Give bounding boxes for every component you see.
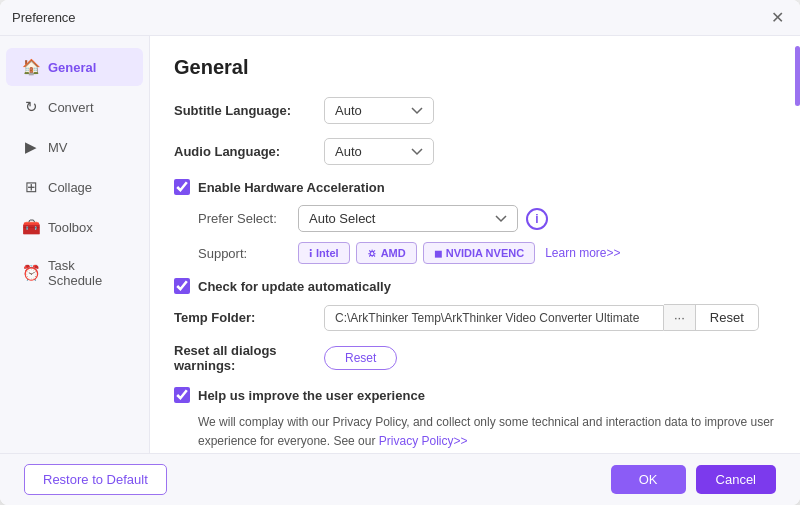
main-content: 🏠 General ↻ Convert ▶ MV ⊞ Collage 🧰 Too…: [0, 36, 800, 453]
reset-dialogs-button[interactable]: Reset: [324, 346, 397, 370]
sidebar: 🏠 General ↻ Convert ▶ MV ⊞ Collage 🧰 Too…: [0, 36, 150, 453]
hardware-acceleration-checkbox[interactable]: [174, 179, 190, 195]
subtitle-language-label: Subtitle Language:: [174, 103, 324, 118]
support-chips: 𝗶 Intel ⛭ AMD ◼ NVIDIA NVENC Learn more>…: [298, 242, 621, 264]
check-update-checkbox[interactable]: [174, 278, 190, 294]
temp-folder-input[interactable]: [324, 305, 664, 331]
page-title: General: [174, 56, 776, 79]
subtitle-language-select[interactable]: Auto English Chinese: [324, 97, 434, 124]
nvidia-chip-label: NVIDIA NVENC: [446, 247, 524, 259]
reset-dialogs-label: Reset all dialogs warnings:: [174, 343, 324, 373]
subtitle-language-row: Subtitle Language: Auto English Chinese: [174, 97, 776, 124]
privacy-policy-link[interactable]: Privacy Policy>>: [379, 434, 468, 448]
prefer-select-dropdown[interactable]: Auto Select Intel AMD NVIDIA NVENC: [298, 205, 518, 232]
help-improve-body: We will complay with our Privacy Policy,…: [198, 415, 774, 448]
amd-chip: ⛭ AMD: [356, 242, 417, 264]
amd-chip-label: AMD: [381, 247, 406, 259]
support-label: Support:: [198, 246, 298, 261]
sidebar-label-mv: MV: [48, 140, 68, 155]
sidebar-label-collage: Collage: [48, 180, 92, 195]
content-area: General Subtitle Language: Auto English …: [150, 36, 800, 453]
support-row: Support: 𝗶 Intel ⛭ AMD ◼ NVIDIA NVENC Le…: [198, 242, 776, 264]
sidebar-item-mv[interactable]: ▶ MV: [6, 128, 143, 166]
prefer-select-wrapper: Auto Select Intel AMD NVIDIA NVENC i: [298, 205, 548, 232]
help-improve-label: Help us improve the user experience: [198, 388, 425, 403]
sidebar-item-toolbox[interactable]: 🧰 Toolbox: [6, 208, 143, 246]
learn-more-link[interactable]: Learn more>>: [545, 246, 620, 260]
nvidia-chip-icon: ◼: [434, 248, 442, 259]
help-improve-row: Help us improve the user experience: [174, 387, 776, 403]
clock-icon: ⏰: [22, 264, 40, 282]
help-improve-text: We will complay with our Privacy Policy,…: [198, 413, 776, 451]
sidebar-item-task-schedule[interactable]: ⏰ Task Schedule: [6, 248, 143, 298]
sidebar-label-task-schedule: Task Schedule: [48, 258, 127, 288]
nvidia-chip: ◼ NVIDIA NVENC: [423, 242, 535, 264]
scrollbar-thumb: [795, 46, 800, 106]
titlebar-title: Preference: [12, 10, 76, 25]
sidebar-label-toolbox: Toolbox: [48, 220, 93, 235]
cancel-button[interactable]: Cancel: [696, 465, 776, 494]
home-icon: 🏠: [22, 58, 40, 76]
info-icon[interactable]: i: [526, 208, 548, 230]
audio-language-select[interactable]: Auto English Chinese: [324, 138, 434, 165]
restore-default-button[interactable]: Restore to Default: [24, 464, 167, 495]
collage-icon: ⊞: [22, 178, 40, 196]
check-update-row: Check for update automatically: [174, 278, 776, 294]
sidebar-label-convert: Convert: [48, 100, 94, 115]
intel-chip: 𝗶 Intel: [298, 242, 350, 264]
hardware-acceleration-label: Enable Hardware Acceleration: [198, 180, 385, 195]
preference-window: Preference ✕ 🏠 General ↻ Convert ▶ MV ⊞ …: [0, 0, 800, 505]
close-button[interactable]: ✕: [766, 7, 788, 29]
reset-dialogs-row: Reset all dialogs warnings: Reset: [174, 343, 776, 373]
sidebar-label-general: General: [48, 60, 96, 75]
temp-folder-label: Temp Folder:: [174, 310, 324, 325]
temp-folder-reset-button[interactable]: Reset: [696, 304, 759, 331]
footer-right: OK Cancel: [611, 465, 776, 494]
mv-icon: ▶: [22, 138, 40, 156]
hardware-acceleration-row: Enable Hardware Acceleration: [174, 179, 776, 195]
check-update-label: Check for update automatically: [198, 279, 391, 294]
amd-chip-icon: ⛭: [367, 248, 377, 259]
ok-button[interactable]: OK: [611, 465, 686, 494]
titlebar: Preference ✕: [0, 0, 800, 36]
temp-folder-browse-button[interactable]: ···: [664, 304, 696, 331]
audio-language-label: Audio Language:: [174, 144, 324, 159]
intel-chip-label: Intel: [316, 247, 339, 259]
intel-chip-icon: 𝗶: [309, 248, 312, 259]
audio-language-row: Audio Language: Auto English Chinese: [174, 138, 776, 165]
footer: Restore to Default OK Cancel: [0, 453, 800, 505]
help-improve-checkbox[interactable]: [174, 387, 190, 403]
temp-folder-row: Temp Folder: ··· Reset: [174, 304, 776, 331]
prefer-select-label: Prefer Select:: [198, 211, 298, 226]
footer-left: Restore to Default: [24, 464, 167, 495]
prefer-select-row: Prefer Select: Auto Select Intel AMD NVI…: [198, 205, 776, 232]
convert-icon: ↻: [22, 98, 40, 116]
toolbox-icon: 🧰: [22, 218, 40, 236]
sidebar-item-general[interactable]: 🏠 General: [6, 48, 143, 86]
sidebar-item-collage[interactable]: ⊞ Collage: [6, 168, 143, 206]
sidebar-item-convert[interactable]: ↻ Convert: [6, 88, 143, 126]
